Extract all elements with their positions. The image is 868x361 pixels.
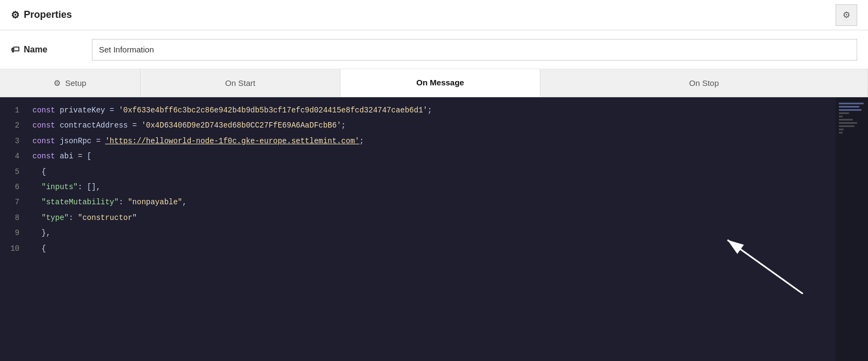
code-line-10: 10 {	[0, 241, 868, 256]
tabs-row: ⚙ Setup On Start On Message On Stop	[0, 69, 868, 97]
minimap	[836, 97, 868, 361]
code-line-7: 7 "stateMutability": "nonpayable",	[0, 195, 868, 210]
gear-icon-btn: ⚙	[843, 10, 850, 20]
code-line-6: 6 "inputs": [],	[0, 179, 868, 195]
page-title: Properties	[24, 9, 72, 21]
code-line-1: 1 const privateKey = '0xf633e4bff6c3bc2c…	[0, 103, 868, 118]
name-label-text: Name	[24, 45, 48, 55]
code-editor[interactable]: 1 const privateKey = '0xf633e4bff6c3bc2c…	[0, 97, 868, 361]
properties-title-area: ⚙ Properties	[11, 9, 222, 21]
tab-setup-label: Setup	[65, 78, 86, 88]
tab-on-message[interactable]: On Message	[340, 69, 540, 97]
code-line-9: 9 },	[0, 225, 868, 240]
top-bar-right: ⚙	[222, 4, 857, 26]
top-bar: ⚙ Properties ⚙	[0, 0, 868, 30]
code-line-4: 4 const abi = [	[0, 149, 868, 164]
tag-icon: 🏷	[11, 45, 19, 55]
tab-on-message-label: On Message	[416, 78, 464, 87]
tab-setup[interactable]: ⚙ Setup	[0, 69, 141, 97]
tab-on-start-label: On Start	[225, 78, 256, 88]
code-line-2: 2 const contractAddress = '0x4D63406D9e2…	[0, 118, 868, 133]
gear-icon: ⚙	[11, 9, 19, 21]
code-line-8: 8 "type": "constructor"	[0, 210, 868, 225]
name-label: 🏷 Name	[11, 45, 76, 55]
tab-on-stop-label: On Stop	[689, 78, 719, 88]
settings-button[interactable]: ⚙	[836, 4, 857, 26]
code-line-3: 3 const jsonRpc = 'https://helloworld-no…	[0, 133, 868, 149]
tab-on-start[interactable]: On Start	[141, 69, 340, 97]
setup-icon: ⚙	[54, 78, 61, 88]
name-row: 🏷 Name	[0, 30, 868, 69]
code-line-5: 5 {	[0, 164, 868, 179]
tab-on-stop[interactable]: On Stop	[540, 69, 868, 97]
name-input[interactable]	[92, 39, 857, 61]
